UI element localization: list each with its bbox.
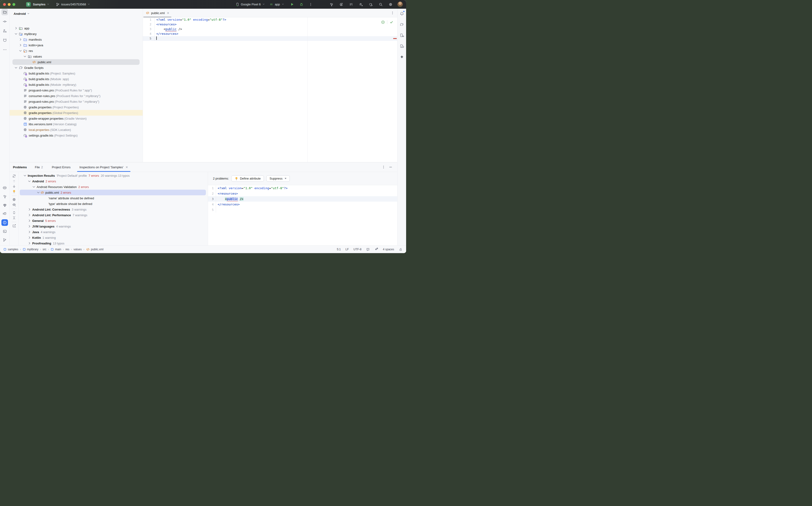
code-line-4[interactable]: 4</resources>: [208, 202, 397, 207]
problems-tree-row[interactable]: JVM languages4 warnings: [19, 224, 208, 229]
refresh-button[interactable]: [12, 174, 16, 178]
run-button[interactable]: [289, 1, 295, 7]
todo-list-button[interactable]: [348, 1, 354, 7]
breadcrumb-mylibrary[interactable]: mylibrary: [22, 248, 38, 251]
gradle-elephant-icon[interactable]: [398, 21, 405, 28]
project-tree-item-app[interactable]: app: [10, 25, 143, 31]
chevron-down-icon[interactable]: [14, 66, 18, 70]
breadcrumb-main[interactable]: main: [51, 248, 61, 251]
window-controls[interactable]: [3, 3, 15, 6]
build-hammer2-icon[interactable]: [1, 193, 8, 200]
close-tab-icon[interactable]: ✕: [167, 11, 169, 15]
code-line-4[interactable]: 4</resources>: [143, 31, 397, 36]
chevron-down-icon[interactable]: [27, 179, 31, 183]
expand-all-button[interactable]: [12, 211, 16, 215]
running-devices-icon[interactable]: [398, 43, 405, 49]
gitlab-fox-icon[interactable]: [1, 37, 8, 44]
bulb-button[interactable]: [12, 190, 16, 193]
highlighting-level-icon[interactable]: [381, 20, 385, 24]
hide-panel-button[interactable]: [389, 165, 392, 169]
code-line-5[interactable]: 5: [143, 36, 397, 41]
project-tree-item-kotlin-java[interactable]: kotlin+java: [10, 42, 143, 48]
gemini-spark-icon[interactable]: [398, 54, 405, 60]
chevron-down-icon[interactable]: [36, 191, 40, 194]
build-button[interactable]: [328, 1, 335, 7]
device-selector[interactable]: Google Pixel 6: [236, 3, 266, 6]
code-line-5[interactable]: 5: [208, 207, 397, 213]
code-editor[interactable]: 1<?xml version="1.0" encoding="utf-8"?>2…: [143, 17, 397, 162]
problems-tree-row[interactable]: Kotlin1 warning: [19, 235, 208, 240]
project-tree-item-build-gradle-kts[interactable]: build.gradle.kts (Project: Samples): [10, 71, 143, 76]
breadcrumb-res[interactable]: res: [65, 248, 69, 251]
project-tree-item-gradle-wrapper-properties[interactable]: gradle-wrapper.properties (Gradle Versio…: [10, 116, 143, 121]
problems-tree-row[interactable]: Android Resources Validation2 errors: [19, 184, 208, 190]
problem-preview-editor[interactable]: 1<?xml version="1.0" encoding="utf-8"?>2…: [208, 185, 397, 253]
project-tree-item-res[interactable]: res: [10, 48, 143, 54]
chevron-right-icon[interactable]: [27, 241, 31, 245]
code-line-1[interactable]: 1<?xml version="1.0" encoding="utf-8"?>: [208, 185, 397, 191]
profiler-button[interactable]: [358, 1, 364, 7]
open-in-editor-button[interactable]: [12, 224, 16, 228]
project-tree-item-libs-versions-toml[interactable]: libs.versions.toml (Version Catalog): [10, 121, 143, 127]
project-tree-item-consumer-rules-pro[interactable]: consumer-rules.pro (ProGuard Rules for "…: [10, 93, 143, 99]
chevron-right-icon[interactable]: [18, 43, 22, 47]
chevron-right-icon[interactable]: [27, 230, 31, 234]
search-everywhere-button[interactable]: [378, 1, 384, 7]
chevron-right-icon[interactable]: [14, 26, 18, 30]
terminal-icon[interactable]: [1, 228, 8, 235]
close-window-button[interactable]: [3, 3, 6, 6]
editor-tab-public-xml[interactable]: public.xml ✕: [143, 9, 172, 17]
tab-project-errors[interactable]: Project Errors: [51, 162, 71, 172]
project-tree-item-build-gradle-kts[interactable]: build.gradle.kts (Module :app): [10, 76, 143, 82]
problems-tree-row[interactable]: Inspection Results'Project Default' prof…: [19, 173, 208, 178]
git-branch2-icon[interactable]: [1, 237, 8, 243]
arrow-up-disabled-button[interactable]: [12, 179, 16, 183]
branch-switcher[interactable]: issues/345753568: [56, 3, 90, 6]
more-actions-button[interactable]: [308, 1, 314, 7]
code-line-2[interactable]: 2<resources>: [143, 22, 397, 27]
chevron-right-icon[interactable]: [27, 236, 31, 240]
chevron-right-icon[interactable]: [27, 213, 31, 217]
problems-tree-row[interactable]: Android2 errors: [19, 178, 208, 184]
commit-icon[interactable]: [1, 18, 8, 25]
close-tab-icon[interactable]: ✕: [125, 165, 128, 169]
project-tree-item-mylibrary[interactable]: mylibrary: [10, 31, 143, 37]
structure-shapes-icon[interactable]: [1, 27, 8, 34]
project-tree-item-proguard-rules-pro[interactable]: proguard-rules.pro (ProGuard Rules for "…: [10, 99, 143, 104]
problems-tree-row[interactable]: Android Lint: Correctness3 warnings: [19, 206, 208, 212]
device-manager-icon[interactable]: [398, 32, 405, 38]
tab-file[interactable]: File 2: [34, 162, 44, 172]
zoom-window-button[interactable]: [12, 3, 15, 6]
app-inspection-gem-icon[interactable]: [1, 202, 8, 208]
breadcrumb-src[interactable]: src: [42, 248, 46, 251]
chevron-down-icon[interactable]: [23, 174, 27, 177]
problems-tree-row[interactable]: 'type' attribute should be defined: [19, 201, 208, 206]
code-line-2[interactable]: 2<resources>: [208, 191, 397, 196]
minimize-window-button[interactable]: [8, 3, 11, 6]
define-attribute-button[interactable]: Define attribute: [231, 175, 264, 182]
suppress-button[interactable]: Suppress: [266, 175, 290, 182]
project-tree-item-local-properties[interactable]: local.properties (SDK Location): [10, 127, 143, 133]
profiler-wave-icon[interactable]: [1, 184, 8, 191]
problems-tree-row[interactable]: Android Lint: Performance7 warnings: [19, 212, 208, 218]
indent-widget[interactable]: 4 spaces: [383, 248, 394, 251]
project-tree-item-settings-gradle-kts[interactable]: settings.gradle.kts (Project Settings): [10, 133, 143, 138]
project-badge[interactable]: S: [26, 2, 31, 7]
problems-exclamation-icon[interactable]: [1, 219, 8, 226]
gradle-sync-button[interactable]: [368, 1, 374, 7]
chevron-right-icon[interactable]: [18, 37, 22, 41]
encoding-widget[interactable]: UTF-8: [354, 248, 361, 251]
user-avatar[interactable]: [397, 2, 403, 7]
more-dots-icon[interactable]: [1, 46, 8, 53]
settings-button[interactable]: [387, 1, 394, 7]
settings-gear-gray-button[interactable]: [12, 198, 16, 201]
error-stripe-mark[interactable]: [393, 38, 397, 39]
chevron-right-icon[interactable]: [27, 219, 31, 223]
project-tree-item-public-xml[interactable]: public.xml: [10, 59, 143, 65]
chevron-down-icon[interactable]: [32, 185, 36, 189]
project-folder-icon[interactable]: [1, 9, 8, 15]
problems-tree-row[interactable]: General5 errors: [19, 218, 208, 224]
lock-icon[interactable]: [399, 248, 402, 251]
project-view-selector[interactable]: Android: [10, 9, 143, 17]
project-tree-item-build-gradle-kts[interactable]: build.gradle.kts (Module :mylibrary): [10, 82, 143, 87]
